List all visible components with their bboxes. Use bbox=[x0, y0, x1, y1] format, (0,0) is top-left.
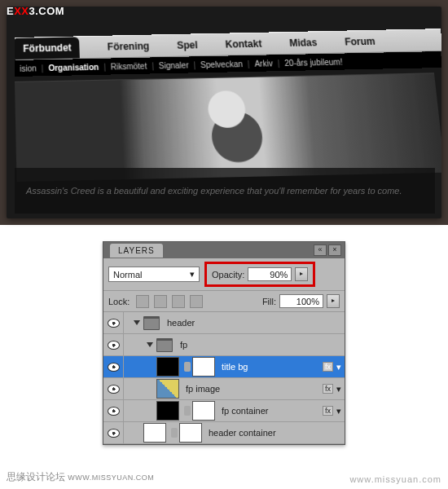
subnav-item[interactable]: 20-års jubileum! bbox=[284, 57, 343, 67]
panel-tab[interactable]: LAYERS bbox=[110, 244, 163, 258]
link-icon bbox=[171, 428, 178, 438]
layer-thumb[interactable] bbox=[156, 357, 179, 377]
lock-fill-row: Lock: Fill: 100% ▸ bbox=[103, 291, 345, 312]
nav-item[interactable]: Midas bbox=[289, 37, 318, 49]
subnav-item[interactable]: Organisation bbox=[48, 62, 99, 72]
fx-badge[interactable]: fx bbox=[323, 406, 333, 416]
nav-item[interactable]: Spel bbox=[177, 39, 198, 51]
opacity-arrow-icon[interactable]: ▸ bbox=[295, 267, 308, 281]
watermark-top: EXX3.COM bbox=[7, 5, 64, 17]
layer-row[interactable]: fp bbox=[103, 334, 345, 356]
layer-thumb[interactable] bbox=[156, 401, 179, 421]
layer-label[interactable]: fp image bbox=[182, 384, 220, 394]
fx-toggle-icon[interactable]: ▾ bbox=[336, 406, 341, 416]
watermark-bottom-left: 思缘设计论坛 WWW.MISSYUAN.COM bbox=[7, 470, 154, 484]
layer-tree: headerfptitle bgfx▾fp imagefx▾fp contain… bbox=[103, 312, 345, 444]
eye-icon bbox=[108, 319, 120, 328]
fill-input[interactable]: 100% bbox=[279, 294, 323, 308]
layer-label[interactable]: title bg bbox=[218, 362, 248, 372]
layer-label[interactable]: header container bbox=[205, 428, 276, 438]
folder-icon bbox=[156, 338, 173, 352]
eye-icon bbox=[108, 407, 120, 416]
fx-toggle-icon[interactable]: ▾ bbox=[336, 362, 341, 372]
nav-item[interactable]: Kontakt bbox=[225, 38, 262, 51]
browser-inner: Förbundet Förening Spel Kontakt Midas Fo… bbox=[7, 7, 441, 218]
opacity-highlight: Opacity: 90% ▸ bbox=[204, 262, 315, 287]
subnav-item[interactable]: Spelveckan bbox=[200, 59, 243, 69]
lock-transparency-icon[interactable] bbox=[136, 295, 149, 308]
fill-label: Fill: bbox=[262, 297, 276, 306]
visibility-toggle[interactable] bbox=[103, 400, 124, 421]
mask-thumb[interactable] bbox=[179, 423, 202, 443]
fill-arrow-icon[interactable]: ▸ bbox=[327, 294, 340, 308]
subnav-item[interactable]: ision bbox=[20, 64, 37, 73]
opacity-input[interactable]: 90% bbox=[248, 267, 292, 281]
eye-icon bbox=[108, 429, 120, 438]
subnav-item[interactable]: Riksmötet bbox=[111, 61, 147, 71]
fx-badge[interactable]: fx bbox=[323, 362, 333, 372]
subnav-item[interactable]: Arkiv bbox=[254, 59, 273, 68]
visibility-toggle[interactable] bbox=[103, 378, 124, 399]
layer-row[interactable]: header bbox=[103, 312, 345, 334]
layer-row[interactable]: fp imagefx▾ bbox=[103, 378, 345, 400]
nav-item[interactable]: Forum bbox=[345, 36, 376, 48]
layer-row[interactable]: title bgfx▾ bbox=[103, 356, 345, 378]
mask-thumb[interactable] bbox=[192, 357, 215, 377]
layers-panel: LAYERS « × Normal ▾ Opacity: 90% ▸ Lock:… bbox=[103, 241, 345, 445]
layer-thumb[interactable] bbox=[156, 379, 179, 399]
panel-titlebar: LAYERS « × bbox=[103, 242, 345, 258]
nav-item[interactable]: Förbundet bbox=[15, 37, 80, 59]
subnav-item[interactable]: Signaler bbox=[159, 60, 189, 70]
opacity-label: Opacity: bbox=[212, 270, 244, 280]
nav-item[interactable]: Förening bbox=[108, 41, 150, 53]
fx-badge[interactable]: fx bbox=[323, 384, 333, 394]
visibility-toggle[interactable] bbox=[103, 422, 124, 443]
website-screenshot: EXX3.COM Förbundet Förening Spel Kontakt… bbox=[0, 0, 448, 225]
disclosure-triangle-icon[interactable] bbox=[134, 320, 140, 325]
blend-mode-select[interactable]: Normal ▾ bbox=[108, 267, 200, 282]
panel-close-icon[interactable]: × bbox=[328, 244, 341, 256]
quote-text: Assassin's Creed is a beautiful and exci… bbox=[26, 186, 402, 196]
blend-opacity-row: Normal ▾ Opacity: 90% ▸ bbox=[103, 258, 345, 291]
panel-collapse-icon[interactable]: « bbox=[314, 244, 327, 256]
watermark-bottom-right: www.missyuan.com bbox=[349, 474, 441, 484]
chevron-down-icon: ▾ bbox=[190, 269, 195, 280]
disclosure-triangle-icon[interactable] bbox=[147, 342, 153, 347]
hero-image bbox=[15, 73, 441, 182]
link-icon bbox=[184, 406, 191, 416]
layer-row[interactable]: fp containerfx▾ bbox=[103, 400, 345, 422]
eye-icon bbox=[108, 385, 120, 394]
lock-pixels-icon[interactable] bbox=[154, 295, 167, 308]
layer-label[interactable]: header bbox=[164, 318, 195, 328]
lock-label: Lock: bbox=[108, 297, 130, 306]
fx-toggle-icon[interactable]: ▾ bbox=[336, 384, 341, 394]
folder-icon bbox=[143, 316, 160, 330]
layer-label[interactable]: fp container bbox=[218, 406, 268, 416]
layer-label[interactable]: fp bbox=[177, 340, 187, 350]
layer-thumb[interactable] bbox=[143, 423, 166, 443]
visibility-toggle[interactable] bbox=[103, 312, 124, 333]
link-icon bbox=[184, 362, 191, 372]
mask-thumb[interactable] bbox=[192, 401, 215, 421]
quote-bar: Assassin's Creed is a beautiful and exci… bbox=[15, 168, 435, 214]
lock-position-icon[interactable] bbox=[172, 295, 185, 308]
lock-all-icon[interactable] bbox=[190, 295, 203, 308]
visibility-toggle[interactable] bbox=[103, 334, 124, 355]
layer-row[interactable]: header container bbox=[103, 422, 345, 444]
eye-icon bbox=[108, 341, 120, 350]
visibility-toggle[interactable] bbox=[103, 356, 124, 377]
eye-icon bbox=[108, 363, 120, 372]
